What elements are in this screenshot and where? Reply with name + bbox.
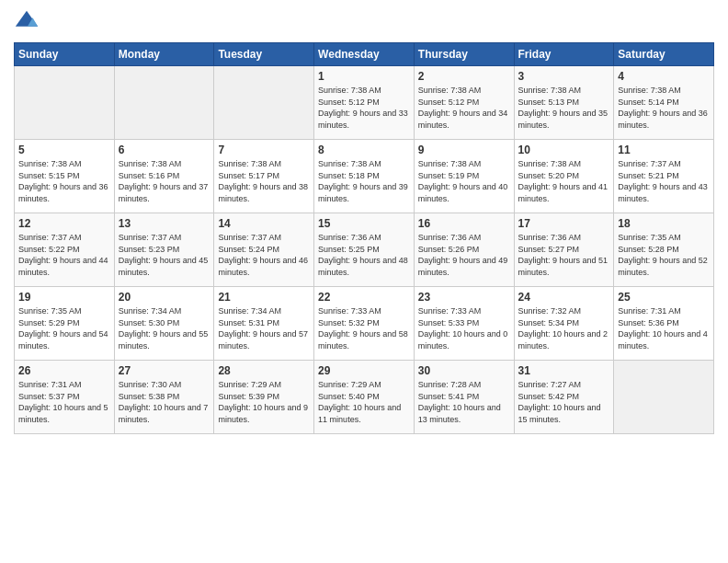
calendar-cell: 21Sunrise: 7:34 AM Sunset: 5:31 PM Dayli… bbox=[214, 287, 314, 361]
calendar-cell: 22Sunrise: 7:33 AM Sunset: 5:32 PM Dayli… bbox=[314, 287, 415, 361]
logo bbox=[14, 9, 43, 35]
day-number: 12 bbox=[18, 217, 110, 230]
day-number: 10 bbox=[518, 144, 610, 156]
calendar-cell bbox=[214, 66, 314, 140]
calendar-week-5: 26Sunrise: 7:31 AM Sunset: 5:37 PM Dayli… bbox=[15, 361, 714, 434]
day-number: 29 bbox=[318, 364, 410, 377]
calendar-cell: 11Sunrise: 7:37 AM Sunset: 5:21 PM Dayli… bbox=[614, 140, 714, 213]
column-header-sunday: Sunday bbox=[15, 43, 115, 66]
day-info: Sunrise: 7:38 AM Sunset: 5:19 PM Dayligh… bbox=[418, 158, 510, 204]
calendar-week-1: 1Sunrise: 7:38 AM Sunset: 5:12 PM Daylig… bbox=[15, 66, 714, 140]
calendar-cell: 13Sunrise: 7:37 AM Sunset: 5:23 PM Dayli… bbox=[114, 213, 214, 287]
calendar-cell: 19Sunrise: 7:35 AM Sunset: 5:29 PM Dayli… bbox=[15, 287, 115, 361]
column-header-thursday: Thursday bbox=[414, 43, 514, 66]
calendar-cell: 20Sunrise: 7:34 AM Sunset: 5:30 PM Dayli… bbox=[114, 287, 214, 361]
day-info: Sunrise: 7:35 AM Sunset: 5:28 PM Dayligh… bbox=[618, 232, 710, 278]
day-info: Sunrise: 7:30 AM Sunset: 5:38 PM Dayligh… bbox=[119, 379, 210, 425]
day-info: Sunrise: 7:31 AM Sunset: 5:36 PM Dayligh… bbox=[618, 305, 710, 351]
calendar-week-4: 19Sunrise: 7:35 AM Sunset: 5:29 PM Dayli… bbox=[15, 287, 714, 361]
header bbox=[14, 9, 714, 35]
day-number: 25 bbox=[618, 291, 710, 304]
day-info: Sunrise: 7:38 AM Sunset: 5:13 PM Dayligh… bbox=[518, 85, 610, 131]
day-number: 20 bbox=[119, 291, 210, 304]
day-info: Sunrise: 7:34 AM Sunset: 5:30 PM Dayligh… bbox=[119, 305, 210, 351]
day-info: Sunrise: 7:31 AM Sunset: 5:37 PM Dayligh… bbox=[18, 379, 110, 425]
calendar-cell: 6Sunrise: 7:38 AM Sunset: 5:16 PM Daylig… bbox=[114, 140, 214, 213]
calendar-cell: 14Sunrise: 7:37 AM Sunset: 5:24 PM Dayli… bbox=[214, 213, 314, 287]
day-info: Sunrise: 7:38 AM Sunset: 5:16 PM Dayligh… bbox=[119, 158, 210, 204]
calendar-header-row: SundayMondayTuesdayWednesdayThursdayFrid… bbox=[15, 43, 714, 66]
day-number: 5 bbox=[18, 144, 110, 156]
day-info: Sunrise: 7:29 AM Sunset: 5:40 PM Dayligh… bbox=[318, 379, 410, 425]
day-info: Sunrise: 7:28 AM Sunset: 5:41 PM Dayligh… bbox=[418, 379, 510, 425]
day-number: 27 bbox=[119, 364, 210, 377]
day-info: Sunrise: 7:36 AM Sunset: 5:27 PM Dayligh… bbox=[518, 232, 610, 278]
calendar-cell: 27Sunrise: 7:30 AM Sunset: 5:38 PM Dayli… bbox=[114, 361, 214, 434]
day-info: Sunrise: 7:37 AM Sunset: 5:24 PM Dayligh… bbox=[218, 232, 310, 278]
calendar-cell: 1Sunrise: 7:38 AM Sunset: 5:12 PM Daylig… bbox=[314, 66, 415, 140]
column-header-wednesday: Wednesday bbox=[314, 43, 415, 66]
day-number: 24 bbox=[518, 291, 610, 304]
day-info: Sunrise: 7:34 AM Sunset: 5:31 PM Dayligh… bbox=[218, 305, 310, 351]
column-header-monday: Monday bbox=[114, 43, 214, 66]
calendar-cell: 3Sunrise: 7:38 AM Sunset: 5:13 PM Daylig… bbox=[514, 66, 614, 140]
day-info: Sunrise: 7:35 AM Sunset: 5:29 PM Dayligh… bbox=[18, 305, 110, 351]
day-number: 18 bbox=[618, 217, 710, 230]
day-number: 22 bbox=[318, 291, 410, 304]
calendar-cell: 15Sunrise: 7:36 AM Sunset: 5:25 PM Dayli… bbox=[314, 213, 415, 287]
day-number: 14 bbox=[218, 217, 310, 230]
calendar-cell: 12Sunrise: 7:37 AM Sunset: 5:22 PM Dayli… bbox=[15, 213, 115, 287]
calendar-cell: 26Sunrise: 7:31 AM Sunset: 5:37 PM Dayli… bbox=[15, 361, 115, 434]
calendar-cell: 25Sunrise: 7:31 AM Sunset: 5:36 PM Dayli… bbox=[614, 287, 714, 361]
day-info: Sunrise: 7:37 AM Sunset: 5:22 PM Dayligh… bbox=[18, 232, 110, 278]
day-info: Sunrise: 7:33 AM Sunset: 5:32 PM Dayligh… bbox=[318, 305, 410, 351]
calendar-table: SundayMondayTuesdayWednesdayThursdayFrid… bbox=[14, 42, 714, 434]
logo-icon bbox=[14, 9, 40, 35]
day-number: 21 bbox=[218, 291, 310, 304]
column-header-tuesday: Tuesday bbox=[214, 43, 314, 66]
day-info: Sunrise: 7:38 AM Sunset: 5:14 PM Dayligh… bbox=[618, 85, 710, 131]
day-number: 1 bbox=[318, 70, 410, 83]
day-number: 16 bbox=[418, 217, 510, 230]
day-number: 8 bbox=[318, 144, 410, 156]
day-number: 4 bbox=[618, 70, 710, 83]
day-info: Sunrise: 7:36 AM Sunset: 5:26 PM Dayligh… bbox=[418, 232, 510, 278]
day-info: Sunrise: 7:33 AM Sunset: 5:33 PM Dayligh… bbox=[418, 305, 510, 351]
calendar-cell: 8Sunrise: 7:38 AM Sunset: 5:18 PM Daylig… bbox=[314, 140, 415, 213]
day-number: 13 bbox=[119, 217, 210, 230]
calendar-cell: 17Sunrise: 7:36 AM Sunset: 5:27 PM Dayli… bbox=[514, 213, 614, 287]
day-info: Sunrise: 7:32 AM Sunset: 5:34 PM Dayligh… bbox=[518, 305, 610, 351]
day-number: 2 bbox=[418, 70, 510, 83]
calendar-cell: 31Sunrise: 7:27 AM Sunset: 5:42 PM Dayli… bbox=[514, 361, 614, 434]
calendar-week-3: 12Sunrise: 7:37 AM Sunset: 5:22 PM Dayli… bbox=[15, 213, 714, 287]
day-number: 26 bbox=[18, 364, 110, 377]
day-info: Sunrise: 7:38 AM Sunset: 5:20 PM Dayligh… bbox=[518, 158, 610, 204]
day-info: Sunrise: 7:38 AM Sunset: 5:12 PM Dayligh… bbox=[418, 85, 510, 131]
day-number: 23 bbox=[418, 291, 510, 304]
column-header-friday: Friday bbox=[514, 43, 614, 66]
calendar-cell: 24Sunrise: 7:32 AM Sunset: 5:34 PM Dayli… bbox=[514, 287, 614, 361]
day-info: Sunrise: 7:37 AM Sunset: 5:21 PM Dayligh… bbox=[618, 158, 710, 204]
calendar-cell bbox=[15, 66, 115, 140]
calendar-cell: 9Sunrise: 7:38 AM Sunset: 5:19 PM Daylig… bbox=[414, 140, 514, 213]
day-number: 3 bbox=[518, 70, 610, 83]
column-header-saturday: Saturday bbox=[614, 43, 714, 66]
day-info: Sunrise: 7:36 AM Sunset: 5:25 PM Dayligh… bbox=[318, 232, 410, 278]
day-number: 6 bbox=[119, 144, 210, 156]
day-info: Sunrise: 7:38 AM Sunset: 5:17 PM Dayligh… bbox=[218, 158, 310, 204]
calendar-cell: 28Sunrise: 7:29 AM Sunset: 5:39 PM Dayli… bbox=[214, 361, 314, 434]
calendar-cell: 30Sunrise: 7:28 AM Sunset: 5:41 PM Dayli… bbox=[414, 361, 514, 434]
calendar-cell: 2Sunrise: 7:38 AM Sunset: 5:12 PM Daylig… bbox=[414, 66, 514, 140]
day-number: 31 bbox=[518, 364, 610, 377]
day-info: Sunrise: 7:38 AM Sunset: 5:18 PM Dayligh… bbox=[318, 158, 410, 204]
calendar-cell: 16Sunrise: 7:36 AM Sunset: 5:26 PM Dayli… bbox=[414, 213, 514, 287]
day-number: 9 bbox=[418, 144, 510, 156]
calendar-cell: 10Sunrise: 7:38 AM Sunset: 5:20 PM Dayli… bbox=[514, 140, 614, 213]
calendar-cell: 29Sunrise: 7:29 AM Sunset: 5:40 PM Dayli… bbox=[314, 361, 415, 434]
day-info: Sunrise: 7:38 AM Sunset: 5:12 PM Dayligh… bbox=[318, 85, 410, 131]
day-number: 17 bbox=[518, 217, 610, 230]
day-number: 30 bbox=[418, 364, 510, 377]
calendar-cell: 4Sunrise: 7:38 AM Sunset: 5:14 PM Daylig… bbox=[614, 66, 714, 140]
calendar-cell: 7Sunrise: 7:38 AM Sunset: 5:17 PM Daylig… bbox=[214, 140, 314, 213]
day-number: 11 bbox=[618, 144, 710, 156]
